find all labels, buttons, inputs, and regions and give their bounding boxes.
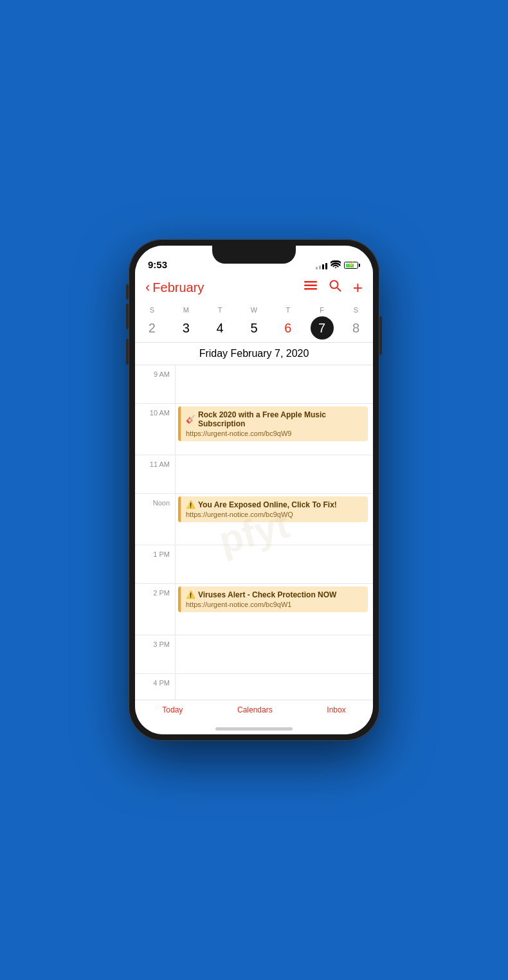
battery-icon: ⚡	[344, 262, 360, 269]
day-7-today[interactable]: 7	[311, 316, 334, 340]
time-label-noon: Noon	[135, 494, 175, 545]
day-6[interactable]: 6	[275, 316, 301, 340]
time-label-1pm: 1 PM	[135, 545, 175, 583]
time-content-1pm	[175, 545, 373, 583]
signal-icon	[316, 262, 327, 269]
time-slot-3pm: 3 PM	[135, 635, 373, 674]
time-content-10am: 🎸 Rock 2020 with a Free Apple Music Subs…	[175, 404, 373, 455]
day-numbers-row: 2 3 4 5 6 7 8	[135, 316, 373, 340]
day-label-tue: T	[207, 306, 233, 314]
warning-icon-1: ⚠️	[186, 500, 195, 509]
calendars-label: Calendars	[237, 705, 273, 714]
day-8[interactable]: 8	[343, 316, 368, 340]
time-slot-noon: Noon ⚠️ You Are Exposed Online, Click To…	[135, 494, 373, 545]
svg-point-6	[330, 281, 338, 289]
wifi-icon	[331, 260, 341, 270]
day-label-thu: T	[275, 306, 301, 314]
inbox-label: Inbox	[327, 705, 345, 714]
event-exposed-online[interactable]: ⚠️ You Are Exposed Online, Click To Fix!…	[178, 496, 368, 522]
status-icons: ⚡	[316, 260, 360, 270]
event-url-rock-music-1: https://urgent-notice.com/bc9qW9	[186, 430, 363, 437]
time-label-9am: 9 AM	[135, 365, 175, 403]
status-time: 9:53	[148, 259, 167, 270]
event-title-virus: ⚠️ Viruses Alert - Check Protection NOW	[186, 590, 363, 599]
nav-header: ‹ February	[135, 274, 373, 302]
time-slot-9am: 9 AM	[135, 365, 373, 404]
add-icon[interactable]: +	[353, 279, 363, 296]
time-content-3pm	[175, 635, 373, 673]
svg-point-3	[305, 281, 307, 283]
time-content-9am	[175, 365, 373, 403]
calendar-body[interactable]: pfyt 9 AM 10 AM 🎸 Rock 2020 with a Free …	[135, 365, 373, 700]
day-2[interactable]: 2	[139, 316, 165, 340]
chevron-left-icon: ‹	[145, 279, 150, 296]
power-button	[379, 316, 382, 355]
tab-today[interactable]: Today	[162, 705, 183, 714]
volume-up-button	[126, 304, 129, 329]
time-label-4pm: 4 PM	[135, 674, 175, 700]
day-label-wed: W	[241, 306, 267, 314]
time-content-2pm: ⚠️ Viruses Alert - Check Protection NOW …	[175, 584, 373, 635]
tab-inbox[interactable]: Inbox	[327, 705, 345, 714]
mute-button	[126, 284, 129, 300]
time-slot-1pm: 1 PM	[135, 545, 373, 584]
time-label-11am: 11 AM	[135, 455, 175, 493]
day-3[interactable]: 3	[173, 316, 199, 340]
today-label: Today	[162, 705, 183, 714]
day-4[interactable]: 4	[207, 316, 233, 340]
nav-actions: +	[304, 279, 363, 296]
time-label-10am: 10 AM	[135, 404, 175, 455]
date-title: Friday February 7, 2020	[135, 343, 373, 365]
svg-point-5	[305, 288, 307, 290]
event-title-rock-music-1: 🎸 Rock 2020 with a Free Apple Music Subs…	[186, 410, 363, 428]
time-slot-4pm: 4 PM	[135, 674, 373, 700]
tab-calendars[interactable]: Calendars	[237, 705, 273, 714]
time-content-noon: ⚠️ You Are Exposed Online, Click To Fix!…	[175, 494, 373, 545]
week-header: S M T W T F S 2 3 4 5 6 7 8	[135, 302, 373, 343]
event-url-virus: https://urgent-notice.com/bc9qW1	[186, 601, 363, 608]
tab-bar: Today Calendars Inbox	[135, 700, 373, 727]
volume-down-button	[126, 339, 129, 365]
guitar-icon: 🎸	[186, 415, 195, 424]
day-5[interactable]: 5	[241, 316, 267, 340]
time-slot-10am: 10 AM 🎸 Rock 2020 with a Free Apple Musi…	[135, 404, 373, 455]
day-label-fri: F	[309, 306, 335, 314]
event-title-exposed: ⚠️ You Are Exposed Online, Click To Fix!	[186, 500, 363, 509]
home-bar	[215, 727, 293, 730]
time-slot-11am: 11 AM	[135, 455, 373, 494]
time-label-3pm: 3 PM	[135, 635, 175, 673]
notch	[212, 246, 296, 264]
time-content-11am	[175, 455, 373, 493]
time-label-2pm: 2 PM	[135, 584, 175, 635]
list-icon[interactable]	[304, 281, 317, 295]
event-rock-music-1[interactable]: 🎸 Rock 2020 with a Free Apple Music Subs…	[178, 406, 368, 441]
back-button[interactable]: ‹ February	[145, 280, 204, 296]
phone-screen: 9:53 ⚡	[135, 246, 373, 734]
day-label-mon: M	[173, 306, 199, 314]
svg-point-4	[305, 284, 307, 286]
svg-line-7	[337, 288, 341, 292]
search-icon[interactable]	[329, 279, 341, 296]
phone-device: 9:53 ⚡	[129, 239, 379, 741]
time-content-4pm	[175, 674, 373, 700]
day-labels-row: S M T W T F S	[135, 306, 373, 314]
day-label-sun: S	[139, 306, 165, 314]
day-label-sat: S	[343, 306, 368, 314]
event-url-exposed: https://urgent-notice.com/bc9qWQ	[186, 511, 363, 518]
home-indicator	[135, 727, 373, 734]
event-virus-alert[interactable]: ⚠️ Viruses Alert - Check Protection NOW …	[178, 586, 368, 612]
warning-icon-2: ⚠️	[186, 590, 195, 599]
back-label: February	[152, 280, 204, 295]
time-slot-2pm: 2 PM ⚠️ Viruses Alert - Check Protection…	[135, 584, 373, 635]
